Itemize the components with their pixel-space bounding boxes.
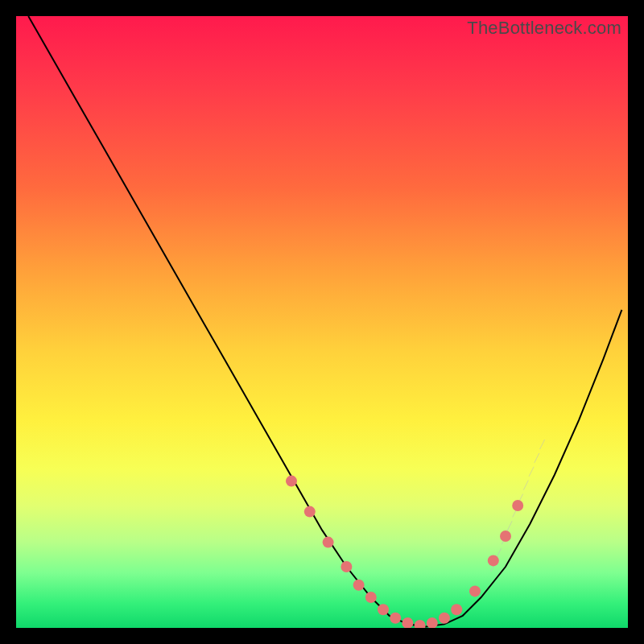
marker-group (286, 476, 523, 628)
hatch-mark (540, 440, 545, 449)
highlight-dot (402, 617, 413, 628)
highlight-dot (488, 555, 499, 566)
highlight-dot (512, 500, 523, 511)
highlight-dot (286, 476, 297, 487)
highlight-dot (427, 617, 438, 628)
highlight-dot (304, 506, 316, 518)
highlight-dot (365, 592, 377, 603)
highlight-dot (341, 561, 352, 572)
hatch-mark (535, 453, 539, 463)
highlight-dot (390, 613, 401, 624)
highlight-dot (500, 530, 511, 542)
highlight-dot (353, 580, 365, 591)
highlight-dot (469, 585, 481, 597)
curve-layer (16, 16, 628, 628)
highlight-dot (451, 604, 462, 615)
bottleneck-curve (28, 16, 621, 627)
chart-frame: TheBottleneck.com (0, 0, 644, 644)
highlight-dot (415, 620, 426, 628)
hatch-mark (529, 467, 534, 477)
hatch-mark (523, 481, 528, 490)
highlight-dot (378, 604, 389, 615)
hatch-mark (507, 521, 512, 530)
highlight-dot (323, 537, 334, 548)
highlight-dot (439, 613, 450, 624)
